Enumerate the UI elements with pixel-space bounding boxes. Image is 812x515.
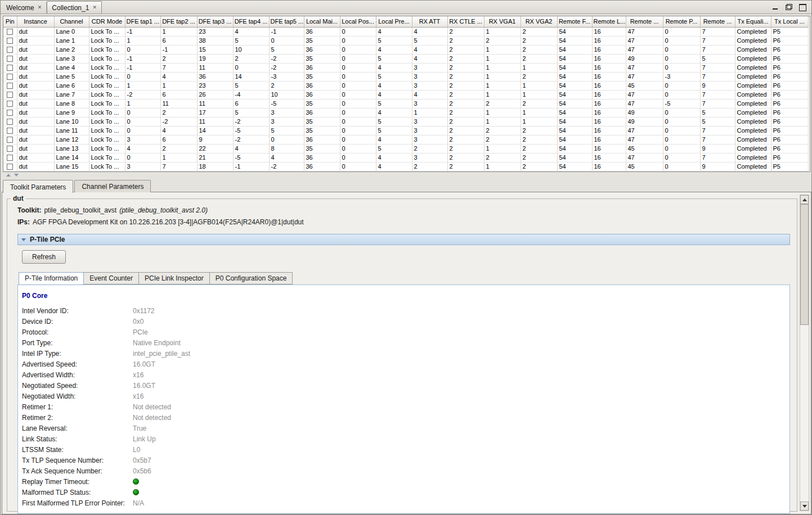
column-header-remote-f[interactable]: Remote F...	[557, 16, 592, 27]
cell: 1	[125, 99, 160, 108]
column-header-local-mai[interactable]: Local Mai...	[304, 16, 340, 27]
column-header-rx-att[interactable]: RX ATT	[412, 16, 447, 27]
table-row[interactable]: dutLane 6Lock To ...11235236043211541645…	[3, 81, 808, 90]
pin-checkbox[interactable]	[7, 92, 13, 98]
pin-checkbox[interactable]	[7, 146, 13, 152]
maximize-icon[interactable]	[799, 4, 806, 10]
tab-pcie-link-inspector[interactable]: PCIe Link Inspector	[139, 272, 210, 284]
pin-checkbox[interactable]	[7, 38, 13, 44]
cell: 0	[340, 72, 376, 81]
editor-tab-welcome[interactable]: Welcome✕	[2, 2, 47, 13]
field-row: Intel IP Type:intel_pcie_ptile_ast	[22, 348, 789, 359]
column-header-dfe-tap1[interactable]: DFE tap1 ...	[125, 16, 160, 27]
column-header-cdr-mode[interactable]: CDR Mode	[89, 16, 125, 27]
column-header-dfe-tap5[interactable]: DFE tap5 ...	[269, 16, 304, 27]
pin-cell	[3, 126, 17, 135]
editor-tab-collection-1[interactable]: Collection_1✕	[47, 1, 102, 13]
table-row[interactable]: dutLane 13Lock To ...4222483505221254164…	[3, 144, 808, 153]
table-row[interactable]: dutLane 0Lock To ...-11234-1360442125416…	[3, 27, 808, 36]
table-row[interactable]: dutLane 12Lock To ...369-203604322254164…	[3, 135, 808, 144]
pin-checkbox[interactable]	[7, 137, 13, 143]
table-row[interactable]: dutLane 1Lock To ...16385035055222541647…	[3, 36, 808, 45]
field-value: intel_pcie_ptile_ast	[133, 350, 190, 358]
table-row[interactable]: dutLane 5Lock To ...043614-3350532125416…	[3, 72, 808, 81]
pin-checkbox[interactable]	[7, 65, 13, 71]
column-header-rx-vga1[interactable]: RX VGA1	[484, 16, 521, 27]
minimize-icon[interactable]	[772, 4, 779, 10]
table-row[interactable]: dutLane 2Lock To ...0-115105360442125416…	[3, 45, 808, 54]
tab-channel-parameters[interactable]: Channel Parameters	[74, 180, 151, 192]
tab-close-icon[interactable]: ✕	[92, 5, 97, 10]
vertical-scrollbar[interactable]	[800, 195, 809, 511]
cell: 11	[197, 99, 233, 108]
cell: 1	[521, 81, 557, 90]
pin-checkbox[interactable]	[7, 128, 13, 134]
table-row[interactable]: dutLane 11Lock To ...0414-55350532225416…	[3, 126, 808, 135]
scroll-down-button[interactable]	[800, 502, 809, 511]
pin-checkbox[interactable]	[7, 29, 13, 35]
section-collapse-icon[interactable]	[21, 238, 26, 241]
scroll-up-button[interactable]	[800, 195, 809, 204]
table-row[interactable]: dutLane 7Lock To ...-2626-41036044211541…	[3, 90, 808, 99]
tab-p0-configuration-space[interactable]: P0 Configuration Space	[210, 272, 293, 284]
restore-icon[interactable]	[786, 4, 792, 10]
ips-info-line: IPs:AGF FPGA Development Kit on 10.226.2…	[17, 218, 797, 226]
refresh-button[interactable]: Refresh	[22, 250, 66, 264]
pin-checkbox[interactable]	[7, 83, 13, 89]
table-row[interactable]: dutLane 14Lock To ...0121-54360432225416…	[3, 153, 808, 162]
cell: 16	[592, 126, 626, 135]
table-row[interactable]: dutLane 3Lock To ...-12192-2350542125416…	[3, 54, 808, 63]
tab-p-tile-information[interactable]: P-Tile Information	[19, 272, 84, 285]
column-header-remote-l[interactable]: Remote L...	[592, 16, 626, 27]
table-row[interactable]: dutLane 10Lock To ...0-211-2335053211541…	[3, 117, 808, 126]
splitter-handle[interactable]	[1, 173, 811, 178]
column-header-local-pos[interactable]: Local Pos...	[340, 16, 376, 27]
column-header-remote-p[interactable]: Remote P...	[663, 16, 700, 27]
collapse-up-icon[interactable]	[6, 174, 11, 177]
column-header-channel[interactable]: Channel	[54, 16, 89, 27]
field-row: Intel Vendor ID:0x1172	[22, 305, 789, 316]
cell: 0	[340, 27, 376, 36]
cell: 16	[592, 90, 626, 99]
column-header-dfe-tap2[interactable]: DFE tap2 ...	[160, 16, 197, 27]
scrollbar-thumb[interactable]	[800, 204, 809, 325]
column-header-remote[interactable]: Remote ...	[700, 16, 735, 27]
tab-toolkit-parameters[interactable]: Toolkit Parameters	[3, 180, 73, 193]
column-header-instance[interactable]: Instance	[17, 16, 54, 27]
column-header-pin[interactable]: Pin	[3, 16, 17, 27]
pin-checkbox[interactable]	[7, 110, 13, 116]
column-header-dfe-tap4[interactable]: DFE tap4 ...	[233, 16, 269, 27]
column-header-tx-equali[interactable]: Tx Equali...	[735, 16, 771, 27]
table-row[interactable]: dutLane 8Lock To ...111116-5350532225416…	[3, 99, 808, 108]
pin-checkbox[interactable]	[7, 74, 13, 80]
cell: P5	[771, 27, 808, 36]
column-header-rx-ctle[interactable]: RX CTLE ...	[447, 16, 484, 27]
column-header-tx-local[interactable]: Tx Local ...	[771, 16, 808, 27]
table-row[interactable]: dutLane 4Lock To ...-17110-2360432115416…	[3, 63, 808, 72]
pin-checkbox[interactable]	[7, 47, 13, 53]
pin-cell	[3, 36, 17, 45]
collapse-down-icon[interactable]	[14, 174, 19, 177]
column-header-rx-vga2[interactable]: RX VGA2	[521, 16, 557, 27]
cell: 2	[521, 126, 557, 135]
tab-event-counter[interactable]: Event Counter	[84, 272, 139, 284]
cell: 35	[304, 54, 340, 63]
column-header-dfe-tap3[interactable]: DFE tap3 ...	[197, 16, 233, 27]
toolkit-label: Toolkit:	[17, 206, 41, 214]
pin-checkbox[interactable]	[7, 155, 13, 161]
cell: 3	[269, 108, 304, 117]
cell: 5	[376, 126, 412, 135]
column-header-remote[interactable]: Remote ...	[626, 16, 663, 27]
splitter-collapse-icons[interactable]	[6, 174, 19, 177]
table-row[interactable]: dutLane 9Lock To ...02175336041211541649…	[3, 108, 808, 117]
table-row[interactable]: dutLane 15Lock To ...3718-1-236042212541…	[3, 162, 808, 171]
ptile-pcie-section-header[interactable]: P-Tile PCIe	[17, 234, 790, 245]
tab-close-icon[interactable]: ✕	[38, 5, 42, 10]
pin-checkbox[interactable]	[7, 164, 13, 170]
pin-checkbox[interactable]	[7, 119, 13, 125]
pin-checkbox[interactable]	[7, 101, 13, 107]
cell: 1	[160, 153, 197, 162]
pin-checkbox[interactable]	[7, 56, 13, 62]
cell: -5	[233, 126, 269, 135]
column-header-local-pre[interactable]: Local Pre...	[376, 16, 412, 27]
